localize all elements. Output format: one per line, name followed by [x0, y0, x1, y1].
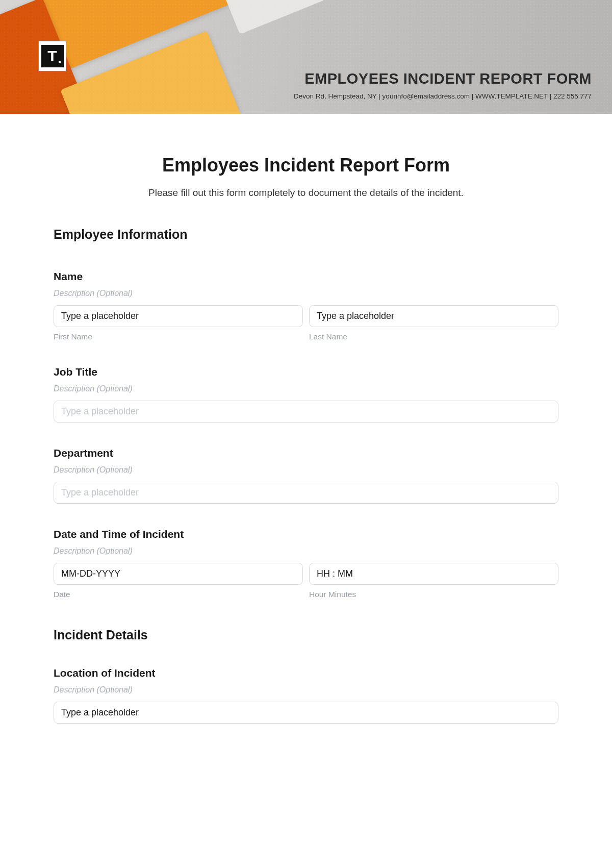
logo-letter: T — [47, 48, 57, 64]
section-employee-info: Employee Information — [54, 227, 558, 242]
field-datetime: Date and Time of Incident Description (O… — [54, 528, 558, 599]
name-label: Name — [54, 270, 558, 283]
page-header: T EMPLOYEES INCIDENT REPORT FORM Devon R… — [0, 0, 612, 114]
location-label: Location of Incident — [54, 667, 558, 679]
name-description: Description (Optional) — [54, 289, 558, 298]
form-content: Employees Incident Report Form Please fi… — [0, 114, 612, 744]
header-subline: Devon Rd, Hempstead, NY | yourinfo@email… — [294, 92, 592, 100]
date-input[interactable] — [54, 563, 303, 585]
page-subtitle: Please fill out this form completely to … — [54, 187, 558, 199]
department-description: Description (Optional) — [54, 465, 558, 475]
first-name-input[interactable] — [54, 305, 303, 327]
section-incident-details: Incident Details — [54, 628, 558, 642]
job-title-description: Description (Optional) — [54, 384, 558, 393]
department-label: Department — [54, 447, 558, 459]
field-name: Name Description (Optional) First Name L… — [54, 270, 558, 341]
header-text-block: EMPLOYEES INCIDENT REPORT FORM Devon Rd,… — [294, 70, 592, 100]
field-job-title: Job Title Description (Optional) — [54, 366, 558, 423]
last-name-sublabel: Last Name — [309, 332, 558, 341]
field-location: Location of Incident Description (Option… — [54, 667, 558, 724]
date-sublabel: Date — [54, 590, 303, 599]
job-title-input[interactable] — [54, 401, 558, 423]
logo-box: T — [41, 45, 64, 67]
page-title: Employees Incident Report Form — [54, 155, 558, 176]
job-title-label: Job Title — [54, 366, 558, 378]
department-input[interactable] — [54, 482, 558, 504]
field-department: Department Description (Optional) — [54, 447, 558, 504]
logo-dot-icon — [59, 61, 61, 63]
location-input[interactable] — [54, 702, 558, 724]
last-name-input[interactable] — [309, 305, 558, 327]
first-name-sublabel: First Name — [54, 332, 303, 341]
logo: T — [38, 41, 66, 71]
datetime-description: Description (Optional) — [54, 547, 558, 556]
time-input[interactable] — [309, 563, 558, 585]
datetime-label: Date and Time of Incident — [54, 528, 558, 540]
header-title: EMPLOYEES INCIDENT REPORT FORM — [294, 70, 592, 87]
location-description: Description (Optional) — [54, 685, 558, 695]
time-sublabel: Hour Minutes — [309, 590, 558, 599]
